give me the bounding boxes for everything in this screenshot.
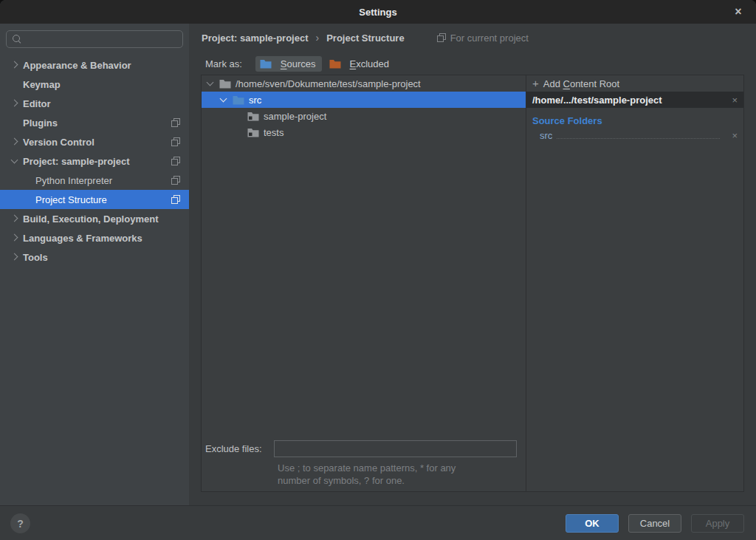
settings-sidebar: Appearance & Behavior Keymap Editor Plug… (0, 24, 189, 505)
tree-node-label: sample-project (264, 111, 326, 122)
sidebar-item-project[interactable]: Project: sample-project (0, 151, 189, 171)
folder-icon (219, 79, 231, 89)
chevron-right-icon[interactable] (11, 215, 18, 222)
close-icon[interactable]: × (728, 0, 749, 24)
per-project-settings-icon (171, 195, 180, 204)
sidebar-item-editor[interactable]: Editor (0, 94, 189, 113)
tree-row-src[interactable]: src (202, 92, 526, 108)
tree-row-project-root[interactable]: /home/sven/Dokumente/test/sample-project (202, 75, 526, 92)
sidebar-item-label: Build, Execution, Deployment (23, 213, 158, 225)
dialog-footer: ? OK Cancel Apply (0, 505, 756, 540)
add-content-root-button[interactable]: + Add Content Root (526, 75, 743, 92)
chevron-right-icon[interactable] (11, 234, 18, 242)
chevron-right-icon[interactable] (11, 100, 18, 107)
help-button[interactable]: ? (10, 513, 30, 533)
tree-node-label: src (249, 95, 261, 106)
per-project-settings-icon (437, 33, 446, 42)
dotted-leader (557, 138, 720, 139)
sidebar-item-python-interpreter[interactable]: Python Interpreter (0, 171, 189, 190)
dialog-body: Appearance & Behavior Keymap Editor Plug… (0, 24, 756, 505)
sidebar-item-project-structure[interactable]: Project Structure (0, 190, 189, 209)
sidebar-item-label: Tools (23, 252, 48, 263)
mark-excluded-label: Excluded (350, 58, 389, 69)
chevron-down-icon[interactable] (11, 157, 18, 164)
sidebar-item-label: Keymap (23, 79, 61, 90)
tree-row-sample-project[interactable]: sample-project (202, 108, 526, 124)
apply-button[interactable]: Apply (691, 514, 744, 533)
sidebar-item-keymap[interactable]: Keymap (0, 75, 189, 94)
mark-as-label: Mark as: (205, 58, 242, 69)
sidebar-nav: Appearance & Behavior Keymap Editor Plug… (0, 55, 189, 267)
search-input[interactable] (21, 34, 182, 45)
per-project-settings-icon (171, 137, 180, 146)
content-root-row[interactable]: /home/.../test/sample-project × (526, 92, 743, 108)
content-roots-panel: + Add Content Root /home/.../test/sample… (526, 75, 743, 491)
structure-panel: /home/sven/Dokumente/test/sample-project… (201, 75, 744, 492)
sidebar-item-label: Editor (23, 98, 51, 109)
sidebar-item-label: Project: sample-project (23, 156, 130, 167)
sidebar-item-label: Languages & Frameworks (23, 233, 142, 244)
mark-as-toolbar: Mark as: Sources Excluded (205, 54, 395, 73)
breadcrumb-project[interactable]: Project: sample-project (202, 33, 309, 44)
mark-sources-label: Sources (281, 58, 316, 69)
settings-dialog: Settings × Appearance & Behavior Keymap … (0, 0, 756, 540)
source-folder-name: src (540, 130, 552, 141)
ok-button[interactable]: OK (566, 514, 619, 533)
source-folders-title: Source Folders (532, 115, 743, 126)
source-folder-row[interactable]: src × (526, 128, 743, 143)
sources-folder-icon (260, 59, 272, 69)
tree-row-tests[interactable]: tests (202, 124, 526, 140)
exclude-files-hint: Use ; to separate name patterns, * for a… (278, 462, 529, 487)
exclude-files-label: Exclude files: (202, 443, 274, 454)
chevron-right-icon[interactable] (11, 61, 18, 69)
scope-indicator: For current project (437, 33, 529, 44)
per-project-settings-icon (171, 157, 180, 165)
tree-node-label: /home/sven/Dokumente/test/sample-project (236, 78, 421, 89)
sidebar-item-version-control[interactable]: Version Control (0, 132, 189, 151)
sidebar-item-plugins[interactable]: Plugins (0, 113, 189, 132)
directory-tree: /home/sven/Dokumente/test/sample-project… (202, 75, 526, 491)
scope-label: For current project (450, 33, 529, 44)
sidebar-item-label: Python Interpreter (35, 175, 112, 186)
chevron-right-icon[interactable] (11, 138, 18, 146)
sidebar-item-label: Project Structure (35, 194, 107, 205)
chevron-right-icon[interactable] (11, 253, 18, 261)
per-project-settings-icon (171, 118, 180, 127)
sidebar-item-label: Plugins (23, 117, 58, 129)
per-project-settings-icon (171, 176, 180, 185)
chevron-down-icon[interactable] (207, 79, 214, 86)
mark-excluded-button[interactable]: Excluded (325, 56, 395, 72)
chevron-down-icon[interactable] (220, 95, 227, 103)
dialog-title: Settings (359, 7, 396, 18)
folder-icon (247, 128, 259, 137)
content-root-path: /home/.../test/sample-project (532, 95, 662, 106)
sidebar-item-label: Version Control (23, 137, 94, 148)
sidebar-item-tools[interactable]: Tools (0, 247, 189, 267)
breadcrumb-page: Project Structure (326, 33, 404, 44)
folder-icon (247, 112, 259, 121)
remove-source-folder-icon[interactable]: × (732, 130, 738, 141)
mark-sources-button[interactable]: Sources (255, 56, 322, 72)
sidebar-item-languages-frameworks[interactable]: Languages & Frameworks (0, 228, 189, 247)
breadcrumb: Project: sample-project › Project Struct… (202, 28, 749, 47)
plus-icon: + (532, 77, 539, 89)
sidebar-item-appearance-behavior[interactable]: Appearance & Behavior (0, 55, 189, 75)
exclude-files-section: Exclude files: Use ; to separate name pa… (202, 440, 526, 487)
sidebar-item-build-execution-deployment[interactable]: Build, Execution, Deployment (0, 209, 189, 228)
add-content-root-label: Add Content Root (543, 78, 619, 89)
breadcrumb-separator: › (316, 32, 320, 44)
main-panel: Project: sample-project › Project Struct… (189, 24, 756, 505)
settings-search-box[interactable] (6, 30, 183, 48)
exclude-files-input[interactable] (274, 440, 517, 457)
cancel-button[interactable]: Cancel (628, 514, 681, 533)
excluded-folder-icon (329, 59, 341, 69)
titlebar: Settings × (0, 0, 756, 24)
remove-content-root-icon[interactable]: × (732, 95, 738, 106)
search-icon (13, 35, 21, 44)
tree-node-label: tests (264, 127, 284, 138)
source-folder-icon (233, 95, 244, 105)
sidebar-item-label: Appearance & Behavior (23, 60, 131, 71)
